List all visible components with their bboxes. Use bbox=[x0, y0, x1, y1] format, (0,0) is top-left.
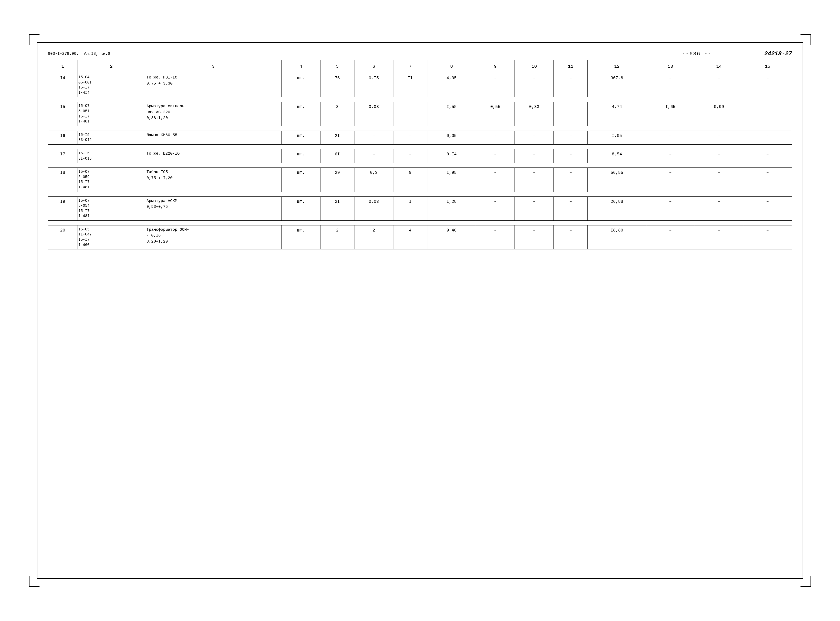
row-col11-I6: – bbox=[554, 130, 588, 144]
row-codes-20: I5-05II-047I5-I7I-460 bbox=[77, 225, 145, 249]
row-col10-I8: – bbox=[515, 168, 554, 192]
row-col9-I4: – bbox=[476, 73, 515, 97]
row-col8-I4: 4,05 bbox=[427, 73, 476, 97]
page-container: 903-I-278.90. Ал.I8, кн.6 --636 -- 24218… bbox=[37, 42, 803, 579]
row-codes-I9: I5-075-054I5-I7I-48I bbox=[77, 197, 145, 220]
row-unit-I7: шт. bbox=[282, 149, 321, 163]
col-header-2: 2 bbox=[77, 60, 145, 73]
row-col15-I6: – bbox=[743, 130, 792, 144]
row-col5-I8: 29 bbox=[320, 168, 354, 192]
main-table: 1 2 3 4 5 6 7 8 9 10 11 12 13 14 15 bbox=[48, 60, 792, 249]
row-col6-I8: 0,3 bbox=[354, 168, 394, 192]
row-col14-I9: – bbox=[695, 197, 743, 220]
row-desc-20: Трансформатор ОСМ-- 0,I68,20+I,20 bbox=[145, 225, 282, 249]
row-col5-I5: 3 bbox=[320, 102, 354, 126]
row-unit-I8: шт. bbox=[282, 168, 321, 192]
spacer-row bbox=[48, 144, 792, 149]
drawing-number: 24218-27 bbox=[764, 51, 792, 57]
row-col6-I9: 0,03 bbox=[354, 197, 394, 220]
spacer-row bbox=[48, 163, 792, 168]
table-row: 20I5-05II-047I5-I7I-460Трансформатор ОСМ… bbox=[48, 225, 792, 249]
table-row: I5I5-075-05II5-I7I-48IАрматура сигналь-н… bbox=[48, 102, 792, 126]
row-col6-20: 2 bbox=[354, 225, 394, 249]
row-col13-I5: I,65 bbox=[646, 102, 695, 126]
row-desc-I4: То же, ПВI-IO0,75 + 3,30 bbox=[145, 73, 282, 97]
row-unit-I6: шт. bbox=[282, 130, 321, 144]
row-col12-I7: 8,54 bbox=[588, 149, 646, 163]
row-col5-I6: 2I bbox=[320, 130, 354, 144]
row-col5-I7: 6I bbox=[320, 149, 354, 163]
spacer-row bbox=[48, 192, 792, 197]
row-col8-20: 9,40 bbox=[427, 225, 476, 249]
row-col9-I9: – bbox=[476, 197, 515, 220]
row-col15-I4: – bbox=[743, 73, 792, 97]
row-col12-20: I8,80 bbox=[588, 225, 646, 249]
row-col10-20: – bbox=[515, 225, 554, 249]
row-col13-I8: – bbox=[646, 168, 695, 192]
col-header-14: 14 bbox=[695, 60, 743, 73]
row-col7-I7: – bbox=[393, 149, 427, 163]
row-col10-I9: – bbox=[515, 197, 554, 220]
row-col7-I5: – bbox=[393, 102, 427, 126]
main-table-wrapper: 1 2 3 4 5 6 7 8 9 10 11 12 13 14 15 bbox=[48, 60, 792, 249]
row-unit-20: шт. bbox=[282, 225, 321, 249]
row-col7-I9: I bbox=[393, 197, 427, 220]
row-desc-I5: Арматура сигналь-ная АС-2200,38+I,20 bbox=[145, 102, 282, 126]
row-col15-20: – bbox=[743, 225, 792, 249]
col-header-10: 10 bbox=[515, 60, 554, 73]
row-col10-I5: 0,33 bbox=[515, 102, 554, 126]
row-col9-20: – bbox=[476, 225, 515, 249]
row-col14-I8: – bbox=[695, 168, 743, 192]
row-col15-I7: – bbox=[743, 149, 792, 163]
table-row: I8I5-075-059I5-I7I-48IТабло ТСБ0,75 + I,… bbox=[48, 168, 792, 192]
col-header-6: 6 bbox=[354, 60, 394, 73]
col-header-13: 13 bbox=[646, 60, 695, 73]
row-col13-I6: – bbox=[646, 130, 695, 144]
row-id-I5: I5 bbox=[48, 102, 77, 126]
row-col8-I9: I,28 bbox=[427, 197, 476, 220]
row-col11-I9: – bbox=[554, 197, 588, 220]
row-unit-I4: шт. bbox=[282, 73, 321, 97]
column-header-row: 1 2 3 4 5 6 7 8 9 10 11 12 13 14 15 bbox=[48, 60, 792, 73]
row-codes-I4: I5-0406-00II5-I7I-4I4 bbox=[77, 73, 145, 97]
row-col10-I7: – bbox=[515, 149, 554, 163]
row-col13-I9: – bbox=[646, 197, 695, 220]
row-col7-I4: II bbox=[393, 73, 427, 97]
row-id-20: 20 bbox=[48, 225, 77, 249]
row-col7-I8: 9 bbox=[393, 168, 427, 192]
row-col12-I6: I,05 bbox=[588, 130, 646, 144]
row-col11-20: – bbox=[554, 225, 588, 249]
row-col15-I5: – bbox=[743, 102, 792, 126]
row-col13-I4: – bbox=[646, 73, 695, 97]
col-header-11: 11 bbox=[554, 60, 588, 73]
row-desc-I6: Лампа КМ60-55 bbox=[145, 130, 282, 144]
doc-name: Ал.I8, кн.6 bbox=[84, 51, 110, 56]
row-col8-I8: I,95 bbox=[427, 168, 476, 192]
row-col14-I7: – bbox=[695, 149, 743, 163]
row-codes-I7: I5-I53I-OI8 bbox=[77, 149, 145, 163]
col-header-4: 4 bbox=[282, 60, 321, 73]
row-col7-20: 4 bbox=[393, 225, 427, 249]
row-col15-I9: – bbox=[743, 197, 792, 220]
row-col14-I6: – bbox=[695, 130, 743, 144]
row-codes-I8: I5-075-059I5-I7I-48I bbox=[77, 168, 145, 192]
row-codes-I6: I5-I533-OI2 bbox=[77, 130, 145, 144]
col-header-7: 7 bbox=[393, 60, 427, 73]
row-col12-I4: 307,8 bbox=[588, 73, 646, 97]
col-header-1: 1 bbox=[48, 60, 77, 73]
row-desc-I7: То же, Ц220-IO bbox=[145, 149, 282, 163]
row-col7-I6: – bbox=[393, 130, 427, 144]
row-col9-I6: – bbox=[476, 130, 515, 144]
table-row: I7I5-I53I-OI8То же, Ц220-IOшт.6I––0,I4––… bbox=[48, 149, 792, 163]
spacer-row bbox=[48, 97, 792, 102]
row-col6-I5: 0,03 bbox=[354, 102, 394, 126]
row-col11-I7: – bbox=[554, 149, 588, 163]
row-id-I8: I8 bbox=[48, 168, 77, 192]
row-col9-I7: – bbox=[476, 149, 515, 163]
row-id-I4: I4 bbox=[48, 73, 77, 97]
page-number: --636 -- bbox=[682, 51, 711, 57]
col-header-9: 9 bbox=[476, 60, 515, 73]
col-header-12: 12 bbox=[588, 60, 646, 73]
row-desc-I9: Арматура АСКМ0,53+0,75 bbox=[145, 197, 282, 220]
doc-reference: 903-I-278.90. bbox=[48, 51, 79, 56]
